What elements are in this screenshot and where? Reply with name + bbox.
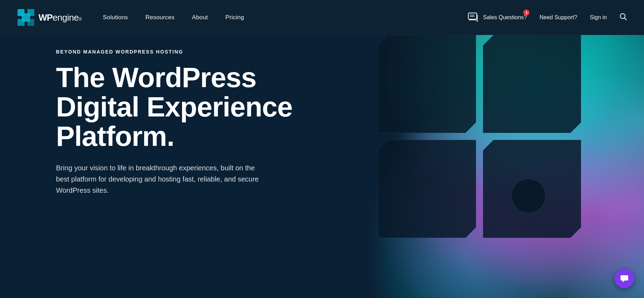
- chat-bubble-button[interactable]: [615, 269, 634, 288]
- geo-panel-1: [483, 35, 581, 133]
- hero-eyebrow: BEYOND MANAGED WORDPRESS HOSTING: [56, 49, 315, 55]
- nav-link-solutions[interactable]: Solutions: [103, 14, 128, 21]
- sales-questions-label: Sales Questions?: [483, 14, 527, 21]
- nav-link-about[interactable]: About: [192, 14, 208, 21]
- notification-badge: 1: [523, 9, 530, 16]
- nav-link-pricing[interactable]: Pricing: [225, 14, 244, 21]
- hero-content: BEYOND MANAGED WORDPRESS HOSTING The Wor…: [56, 49, 315, 196]
- main-nav: WPengine® Solutions Resources About Pric…: [0, 0, 644, 35]
- hero-title: The WordPress Digital Experience Platfor…: [56, 63, 315, 151]
- sales-questions-wrap[interactable]: 1 Sales Questions?: [468, 12, 527, 23]
- svg-line-9: [624, 18, 626, 20]
- sales-chat-icon: [468, 12, 479, 23]
- geo-panel-4: [378, 140, 476, 238]
- svg-rect-4: [22, 13, 30, 22]
- search-icon[interactable]: [620, 13, 627, 22]
- nav-right: 1 Sales Questions? Need Support? Sign in: [468, 12, 627, 23]
- geo-panel-2: [378, 35, 476, 133]
- logo-wp: WP: [38, 12, 52, 23]
- need-support-link[interactable]: Need Support?: [539, 14, 577, 21]
- circle-cutout: [511, 178, 546, 213]
- logo[interactable]: WPengine®: [17, 8, 82, 27]
- sign-in-link[interactable]: Sign in: [590, 14, 607, 21]
- logo-icon: [17, 8, 35, 27]
- svg-rect-5: [468, 13, 477, 19]
- nav-link-resources[interactable]: Resources: [146, 14, 175, 21]
- logo-reg: ®: [79, 17, 82, 22]
- hero-description: Bring your vision to life in breakthroug…: [56, 162, 266, 196]
- chat-bubble-icon: [620, 274, 629, 283]
- logo-text: WPengine®: [38, 12, 82, 23]
- logo-engine: engine: [52, 12, 79, 23]
- nav-links: Solutions Resources About Pricing: [103, 14, 468, 21]
